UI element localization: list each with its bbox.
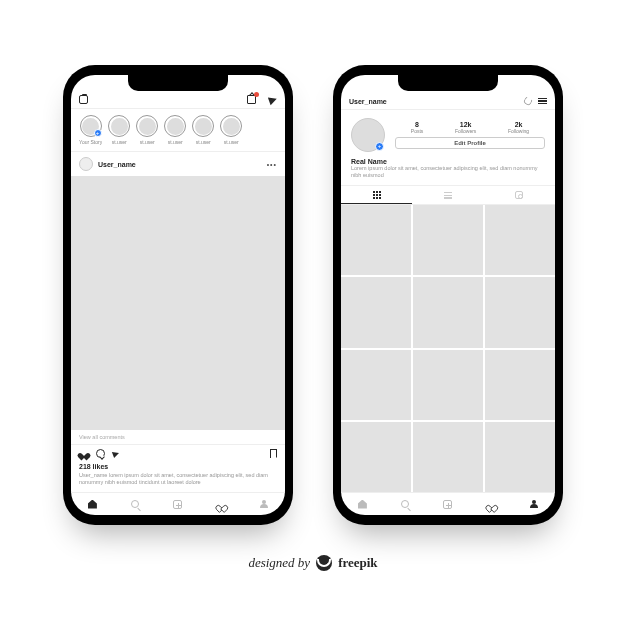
home-icon (88, 500, 97, 509)
plus-square-icon (443, 500, 452, 509)
tab-bar (71, 492, 285, 515)
stories-row[interactable]: +Your Story st.user st.user st.user st.u… (71, 109, 285, 152)
tab-list[interactable] (412, 186, 483, 204)
profile-stats: 8Posts 12kFollowers 2kFollowing Edit Pro… (395, 121, 545, 149)
post-actions (71, 444, 285, 463)
tab-search[interactable] (114, 493, 157, 515)
credit-brand: freepik (338, 555, 377, 571)
view-all-comments[interactable]: View all comments (71, 430, 285, 444)
likes-count[interactable]: 218 likes (71, 463, 285, 470)
post-thumb[interactable] (413, 205, 483, 275)
camera-icon[interactable] (79, 95, 88, 104)
freepik-logo-icon (316, 555, 332, 571)
story-your-story[interactable]: +Your Story (79, 115, 102, 145)
notch (398, 75, 498, 91)
phone-feed: +Your Story st.user st.user st.user st.u… (63, 65, 293, 525)
story-item[interactable]: st.user (108, 115, 130, 145)
post-thumb[interactable] (413, 277, 483, 347)
profile-bio-text: Lorem ipsum dolor sit amet, consectetuer… (351, 165, 545, 179)
story-item[interactable]: st.user (164, 115, 186, 145)
stat-followers[interactable]: 12kFollowers (455, 121, 476, 134)
profile-screen: User_name + 8Posts 12kFollowers 2kFollow… (341, 75, 555, 515)
person-icon (530, 500, 538, 508)
profile-real-name: Real Name (351, 158, 545, 165)
grid-icon (373, 191, 381, 199)
post-header: User_name ••• (71, 152, 285, 176)
profile-tabs (341, 185, 555, 205)
post-thumb[interactable] (341, 205, 411, 275)
credit-pre: designed by (248, 555, 310, 571)
post-thumb[interactable] (485, 422, 555, 492)
profile-top: + 8Posts 12kFollowers 2kFollowing Edit P… (341, 110, 555, 156)
notification-dot (254, 92, 259, 97)
post-username[interactable]: User_name (98, 161, 136, 168)
post-avatar[interactable] (79, 157, 93, 171)
more-icon[interactable]: ••• (267, 161, 277, 168)
reload-icon[interactable] (523, 96, 534, 107)
home-icon (358, 500, 367, 509)
search-icon (401, 500, 409, 508)
post-thumb[interactable] (413, 422, 483, 492)
tab-activity[interactable] (199, 493, 242, 515)
tab-home[interactable] (71, 493, 114, 515)
tab-profile[interactable] (512, 493, 555, 515)
menu-icon[interactable] (538, 98, 547, 104)
tab-tagged[interactable] (484, 186, 555, 204)
send-icon[interactable] (268, 94, 278, 104)
plus-square-icon (173, 500, 182, 509)
tab-bar (341, 492, 555, 515)
attribution: designed by freepik (248, 555, 377, 571)
tab-activity[interactable] (469, 493, 512, 515)
edit-profile-button[interactable]: Edit Profile (395, 137, 545, 149)
comment-icon[interactable] (96, 449, 105, 458)
tab-profile[interactable] (242, 493, 285, 515)
profile-username[interactable]: User_name (349, 98, 518, 105)
stat-posts[interactable]: 8Posts (411, 121, 424, 134)
post-thumb[interactable] (485, 350, 555, 420)
tagged-icon (515, 191, 523, 199)
phone-profile: User_name + 8Posts 12kFollowers 2kFollow… (333, 65, 563, 525)
tab-grid[interactable] (341, 186, 412, 204)
profile-header: User_name (341, 93, 555, 110)
plus-icon: + (375, 142, 384, 151)
tab-add[interactable] (157, 493, 200, 515)
stat-following[interactable]: 2kFollowing (508, 121, 529, 134)
story-item[interactable]: st.user (192, 115, 214, 145)
search-icon (131, 500, 139, 508)
heart-icon (487, 501, 495, 509)
tv-icon-wrap[interactable] (247, 95, 261, 104)
feed-screen: +Your Story st.user st.user st.user st.u… (71, 75, 285, 515)
post-thumb[interactable] (485, 277, 555, 347)
feed-header (71, 93, 285, 109)
bookmark-icon[interactable] (270, 449, 277, 458)
heart-icon (217, 501, 225, 509)
list-icon (444, 192, 452, 199)
person-icon (260, 500, 268, 508)
plus-icon: + (94, 129, 102, 137)
share-icon[interactable] (112, 450, 120, 458)
story-item[interactable]: st.user (220, 115, 242, 145)
posts-grid (341, 205, 555, 492)
notch (128, 75, 228, 91)
post-thumb[interactable] (485, 205, 555, 275)
profile-avatar[interactable]: + (351, 118, 385, 152)
tab-search[interactable] (384, 493, 427, 515)
profile-bio: Real Name Lorem ipsum dolor sit amet, co… (341, 156, 555, 185)
post-thumb[interactable] (413, 350, 483, 420)
post-thumb[interactable] (341, 277, 411, 347)
like-icon[interactable] (79, 449, 89, 459)
post-thumb[interactable] (341, 422, 411, 492)
tab-add[interactable] (427, 493, 470, 515)
post-caption: User_name lorem ipsum dolor sit amet, co… (71, 470, 285, 492)
tab-home[interactable] (341, 493, 384, 515)
story-item[interactable]: st.user (136, 115, 158, 145)
post-thumb[interactable] (341, 350, 411, 420)
post-image[interactable] (71, 176, 285, 430)
